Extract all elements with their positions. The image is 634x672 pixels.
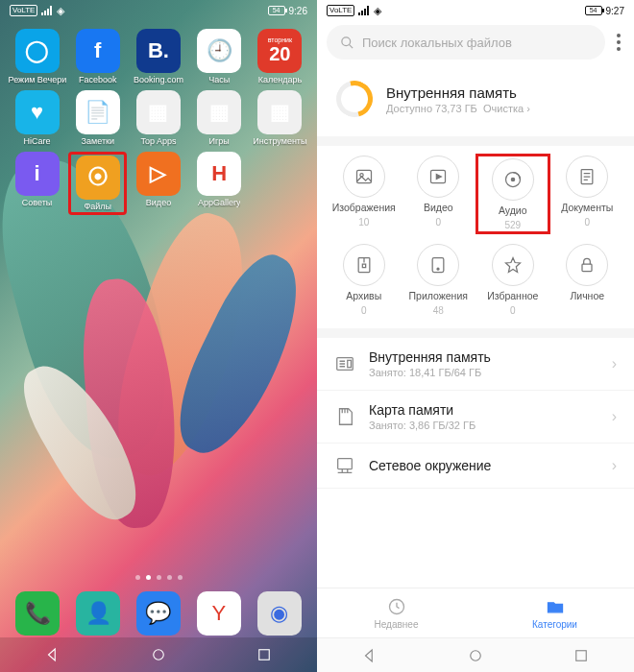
category-fav[interactable]: Избранное 0 [476, 244, 550, 316]
svg-point-2 [342, 36, 351, 45]
category-label: Видео [424, 202, 453, 213]
search-icon [340, 36, 354, 50]
storage-title: Внутренняя память [386, 84, 530, 101]
app-label: HiCare [24, 136, 51, 146]
storage-row-title: Карта памяти [369, 402, 476, 418]
category-images[interactable]: Изображения 10 [327, 156, 402, 234]
app-calendar[interactable]: вторник20 Календарь [251, 29, 309, 84]
app-label: Top Apps [140, 136, 176, 146]
app-label: Инструменты [253, 136, 306, 146]
category-label: Документы [561, 202, 613, 213]
recents-icon[interactable] [573, 647, 590, 664]
category-label: Изображения [332, 202, 396, 213]
category-video[interactable]: Видео 0 [402, 156, 476, 234]
app-label: Режим Вечеринка [9, 75, 66, 84]
storage-list: Внутренняя памятьЗанято: 18,41 ГБ/64 ГБ … [317, 338, 634, 489]
dock-yandex[interactable]: Y [188, 591, 249, 636]
app-facebook[interactable]: f Facebook [68, 29, 127, 84]
app-label: Видео [146, 198, 171, 207]
contacts-icon: 👤 [76, 591, 120, 636]
chevron-right-icon: › [612, 408, 617, 425]
app-label: Советы [22, 198, 52, 207]
category-docs[interactable]: Документы 0 [550, 156, 625, 234]
app-files[interactable]: ⦿ Файлы [68, 152, 127, 215]
svg-rect-14 [348, 360, 352, 367]
cortana-icon: ◯ [15, 29, 60, 73]
home-screen: VoLTE ◈ 54 9:26 ◯ Режим Вечеринка f Face… [0, 0, 317, 672]
storage-row-sub: Занято: 3,86 ГБ/32 ГБ [369, 420, 476, 431]
clean-link[interactable]: Очистка [483, 103, 524, 114]
appgallery-icon: H [197, 152, 241, 196]
signal-icon [41, 6, 53, 15]
category-apps[interactable]: Приложения 48 [402, 244, 476, 316]
storage-row-net[interactable]: Сетевое окружение › [317, 444, 634, 489]
net-icon [334, 455, 355, 476]
clock-icon: 🕘 [197, 29, 241, 73]
recents-icon[interactable] [256, 646, 273, 663]
app-booking[interactable]: B. Booking.com [129, 29, 187, 84]
back-icon[interactable] [44, 646, 61, 663]
wifi-icon: ◈ [374, 5, 381, 17]
app-video[interactable]: ▷ Видео [129, 152, 187, 215]
app-cortana[interactable]: ◯ Режим Вечеринка [8, 29, 66, 84]
dock-camera[interactable]: ◉ [249, 591, 309, 636]
archives-icon [343, 244, 385, 286]
images-icon [343, 156, 385, 198]
search-input[interactable]: Поиск локальных файлов [327, 25, 605, 60]
storage-row-title: Внутренняя память [369, 349, 491, 365]
category-private[interactable]: Личное [550, 244, 625, 316]
yandex-icon: Y [197, 591, 241, 636]
app-appgallery[interactable]: H AppGallery [190, 152, 249, 215]
divider [317, 136, 634, 146]
storage-summary[interactable]: Внутренняя память Доступно 73,73 ГБ Очис… [336, 75, 615, 123]
category-count: 0 [584, 217, 590, 228]
app-label: Часы [208, 75, 230, 84]
back-icon[interactable] [361, 647, 378, 664]
app-clock[interactable]: 🕘 Часы [190, 29, 249, 84]
dock: 📞 👤 💬 Y ◉ [8, 591, 309, 636]
games-icon: ▦ [197, 90, 241, 134]
app-tools[interactable]: ▦ Инструменты [251, 90, 309, 146]
app-notes[interactable]: 📄 Заметки [68, 90, 127, 146]
storage-ring-icon [329, 74, 379, 124]
dock-messages[interactable]: 💬 [129, 591, 189, 636]
svg-point-7 [511, 178, 514, 180]
category-audio[interactable]: Аудио 529 [476, 154, 550, 234]
signal-icon [358, 6, 370, 15]
category-count: 48 [433, 305, 444, 316]
tab-categories[interactable]: Категории [476, 588, 634, 637]
dock-phone[interactable]: 📞 [8, 591, 68, 636]
app-label: Facebook [79, 75, 117, 84]
storage-subtitle: Доступно 73,73 ГБ [386, 103, 477, 114]
category-archives[interactable]: Архивы 0 [327, 244, 402, 316]
svg-point-11 [437, 268, 439, 270]
clock-icon [387, 597, 406, 616]
more-menu-icon[interactable] [613, 30, 624, 55]
booking-icon: B. [136, 29, 181, 73]
tips-icon: i [15, 152, 60, 196]
app-games[interactable]: ▦ Игры [190, 90, 249, 146]
category-count: 0 [435, 217, 441, 228]
battery-icon: 54 [585, 6, 602, 15]
app-tips[interactable]: i Советы [8, 152, 66, 215]
category-count: 0 [361, 305, 367, 316]
battery-icon: 54 [268, 6, 285, 15]
storage-row-internal[interactable]: Внутренняя памятьЗанято: 18,41 ГБ/64 ГБ … [317, 338, 634, 391]
app-label: Игры [209, 136, 230, 146]
category-grid: Изображения 10 Видео 0 Аудио 529 Докумен… [327, 156, 624, 316]
audio-icon [492, 158, 534, 201]
app-label: Календарь [258, 75, 302, 84]
storage-row-sd[interactable]: Карта памятиЗанято: 3,86 ГБ/32 ГБ › [317, 391, 634, 444]
category-label: Приложения [409, 290, 468, 301]
app-label: Файлы [84, 202, 111, 211]
home-icon[interactable] [150, 646, 167, 663]
tab-recent[interactable]: Недавнее [317, 588, 476, 637]
app-hicare[interactable]: ♥ HiCare [8, 90, 66, 146]
app-topapps[interactable]: ▦ Top Apps [129, 90, 187, 146]
home-icon[interactable] [467, 647, 484, 664]
app-label: Заметки [82, 136, 114, 146]
dock-contacts[interactable]: 👤 [68, 591, 129, 636]
category-label: Аудио [499, 204, 527, 216]
volte-badge: VoLTE [327, 5, 354, 16]
app-label: AppGallery [198, 198, 241, 207]
